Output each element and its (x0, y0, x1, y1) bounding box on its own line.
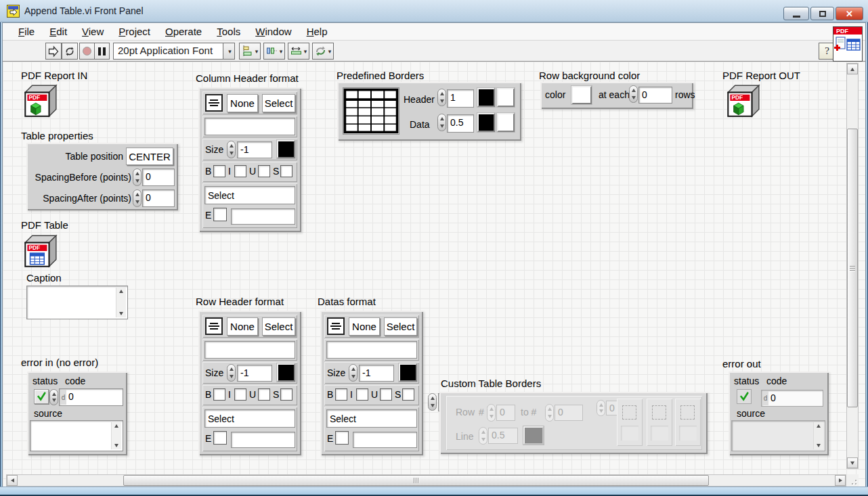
e-checkbox[interactable] (213, 208, 227, 221)
caption-string-control[interactable] (26, 286, 128, 319)
row-bg-color-box[interactable] (571, 86, 592, 104)
font-select-field[interactable]: Select (326, 409, 417, 428)
font-name-field[interactable] (204, 118, 295, 135)
size-spinner[interactable] (349, 364, 357, 382)
pdf-report-in-refnum-icon[interactable]: PDF (20, 81, 59, 120)
e-field[interactable] (231, 208, 295, 225)
font-name-field[interactable] (204, 341, 295, 359)
text-color-box[interactable] (399, 363, 417, 382)
table-position-ring[interactable]: CENTER (126, 148, 173, 165)
spacing-after-field[interactable]: 0 (142, 189, 175, 207)
minimize-button[interactable] (783, 7, 809, 20)
text-align-ring[interactable] (327, 317, 345, 335)
bold-checkbox[interactable] (213, 388, 225, 401)
maximize-button[interactable] (810, 7, 834, 20)
scroll-left-button[interactable] (7, 475, 18, 486)
text-align-ring[interactable] (205, 317, 223, 335)
scroll-down-icon[interactable] (119, 312, 123, 315)
size-field[interactable]: -1 (237, 365, 272, 382)
error-in-code-spinner[interactable] (49, 389, 58, 405)
italic-checkbox[interactable] (234, 388, 246, 401)
header-width-field[interactable]: 1 (447, 89, 474, 108)
style-none-ring[interactable]: None (349, 317, 380, 336)
size-spinner[interactable] (227, 141, 236, 158)
vertical-scrollbar[interactable] (846, 63, 859, 469)
data-line-color-box[interactable] (477, 113, 495, 132)
error-out-source-scrollbar[interactable] (813, 422, 823, 449)
rows-count-spinner[interactable] (629, 85, 638, 103)
pdf-report-out-refnum-icon[interactable]: PDF (722, 81, 762, 120)
strike-checkbox[interactable] (280, 388, 292, 401)
menu-file[interactable]: File (11, 24, 42, 39)
font-select-field[interactable]: Select (204, 186, 295, 204)
close-button[interactable]: ✕ (836, 7, 863, 20)
scroll-down-icon[interactable] (817, 444, 821, 447)
underline-checkbox[interactable] (258, 388, 270, 401)
resize-grip[interactable] (846, 474, 859, 487)
run-button[interactable] (45, 43, 62, 60)
scroll-down-icon[interactable] (114, 444, 118, 447)
error-in-source-field[interactable] (30, 420, 123, 451)
font-selector[interactable]: 20pt Application Font (113, 43, 223, 60)
menu-window[interactable]: Window (248, 24, 299, 39)
run-continuous-button[interactable] (62, 43, 78, 60)
underline-checkbox[interactable] (258, 165, 270, 177)
size-spinner[interactable] (227, 364, 236, 382)
scroll-up-icon[interactable] (119, 290, 123, 293)
strike-checkbox[interactable] (280, 165, 292, 177)
error-in-code-field[interactable]: d 0 (59, 388, 123, 406)
menu-tools[interactable]: Tools (209, 24, 248, 39)
menu-edit[interactable]: Edit (42, 24, 74, 39)
scroll-down-button[interactable] (847, 457, 858, 468)
array-index-spinner[interactable] (428, 393, 437, 411)
spacing-after-spinner[interactable] (133, 189, 142, 207)
border-style-pict-ring[interactable] (343, 87, 399, 135)
pause-button[interactable] (94, 43, 110, 60)
style-none-ring[interactable]: None (227, 94, 258, 112)
header-line-color-box[interactable] (477, 88, 495, 107)
header-width-spinner[interactable] (437, 89, 446, 106)
error-in-status-checkbox[interactable] (34, 389, 49, 404)
style-select-ring[interactable]: Select (262, 94, 295, 112)
resize-objects-button[interactable]: ▾ (288, 43, 309, 60)
vertical-scroll-thumb[interactable] (847, 129, 858, 407)
align-objects-button[interactable]: ▾ (239, 43, 261, 60)
font-select-field[interactable]: Select (204, 409, 295, 428)
style-select-ring[interactable]: Select (262, 317, 295, 336)
horizontal-scrollbar[interactable] (6, 474, 846, 487)
menu-help[interactable]: Help (299, 24, 335, 39)
font-name-field[interactable] (326, 341, 417, 359)
reorder-objects-button[interactable]: ▾ (312, 43, 334, 60)
spacing-before-field[interactable]: 0 (142, 168, 175, 186)
e-field[interactable] (353, 432, 417, 448)
caption-scrollbar[interactable] (116, 288, 126, 317)
scroll-up-icon[interactable] (817, 424, 821, 428)
data-bg-color-box[interactable] (497, 113, 515, 132)
menu-project[interactable]: Project (111, 24, 158, 39)
bold-checkbox[interactable] (213, 165, 225, 177)
e-checkbox[interactable] (335, 431, 349, 445)
scroll-right-button[interactable] (835, 475, 846, 486)
font-selector-dropdown[interactable]: ▾ (223, 43, 235, 60)
strike-checkbox[interactable] (402, 388, 414, 401)
menu-operate[interactable]: Operate (158, 24, 209, 39)
spacing-before-spinner[interactable] (133, 168, 142, 186)
italic-checkbox[interactable] (234, 165, 246, 177)
style-none-ring[interactable]: None (227, 317, 258, 336)
text-align-ring[interactable] (205, 94, 223, 112)
data-width-field[interactable]: 0.5 (447, 114, 474, 133)
menu-view[interactable]: View (74, 24, 111, 39)
error-in-source-scrollbar[interactable] (111, 422, 121, 449)
header-bg-color-box[interactable] (497, 88, 515, 107)
pdf-table-refnum-icon[interactable]: PDF (20, 231, 59, 271)
distribute-objects-button[interactable]: ▾ (263, 43, 285, 60)
vi-icon-pane[interactable]: PDF (833, 26, 863, 62)
bold-checkbox[interactable] (335, 388, 347, 401)
scroll-up-icon[interactable] (114, 424, 118, 428)
underline-checkbox[interactable] (380, 388, 392, 401)
style-select-ring[interactable]: Select (384, 317, 417, 336)
abort-button[interactable] (79, 43, 95, 60)
data-width-spinner[interactable] (437, 114, 446, 131)
size-field[interactable]: -1 (237, 141, 272, 158)
text-color-box[interactable] (277, 363, 295, 382)
